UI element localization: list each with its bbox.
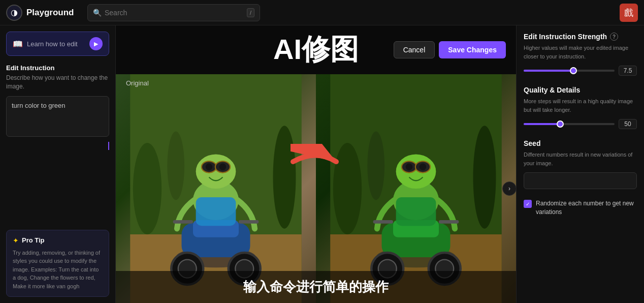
quality-slider-row: 50 <box>524 119 637 129</box>
svg-rect-19 <box>173 220 193 224</box>
svg-rect-18 <box>196 197 236 226</box>
split-image <box>116 74 516 303</box>
center-panel: AI修图 Cancel Save Changes Original <box>116 25 516 303</box>
edit-instruction-title: Edit Instruction <box>6 64 109 72</box>
logo-text: Playground <box>26 8 74 18</box>
randomize-label: Randomize each number to get new variati… <box>536 199 637 217</box>
avatar[interactable]: 戲 <box>620 4 638 22</box>
svg-point-13 <box>196 155 236 189</box>
quality-title: Quality & Details <box>524 86 637 94</box>
action-buttons: Cancel Save Changes <box>394 41 506 58</box>
learn-label: Learn how to edit <box>27 40 78 48</box>
svg-point-16 <box>206 164 213 171</box>
randomize-row[interactable]: ✓ Randomize each number to get new varia… <box>524 199 637 217</box>
svg-point-35 <box>396 155 436 189</box>
play-icon: ▶ <box>89 37 103 50</box>
pro-tip-box: ✦ Pro Tip Try adding, removing, or think… <box>6 230 109 297</box>
svg-point-17 <box>219 164 227 171</box>
strength-value: 7.5 <box>619 66 637 76</box>
quality-slider-track[interactable] <box>524 123 615 125</box>
tip-icon: ✦ <box>13 236 19 245</box>
main-layout: 📖 Learn how to edit ▶ Edit Instruction D… <box>0 25 644 303</box>
right-panel: Edit Instruction Strength ? Higher value… <box>516 25 644 303</box>
center-header: AI修图 Cancel Save Changes <box>116 25 516 74</box>
subtitle-text: 输入命令进行简单的操作 <box>243 279 389 294</box>
seed-section: Seed Different numbers result in new var… <box>524 139 637 189</box>
strength-title: Edit Instruction Strength ? <box>524 33 637 41</box>
edit-instruction-desc: Describe how you want to change the imag… <box>6 74 109 91</box>
quality-section: Quality & Details More steps will result… <box>524 86 637 129</box>
strength-help-icon[interactable]: ? <box>610 33 618 41</box>
randomize-checkbox[interactable]: ✓ <box>524 200 532 208</box>
strength-section: Edit Instruction Strength ? Higher value… <box>524 33 637 76</box>
topnav: ◑ Playground 🔍 / 戲 <box>0 0 644 25</box>
pro-tip-title: Pro Tip <box>22 236 45 244</box>
chevron-right-button[interactable]: › <box>502 181 516 196</box>
image-before <box>116 74 316 303</box>
svg-point-25 <box>473 126 496 229</box>
save-changes-button[interactable]: Save Changes <box>439 41 506 58</box>
seed-input[interactable] <box>524 172 637 189</box>
strength-slider-fill <box>524 70 573 72</box>
seed-desc: Different numbers result in new variatio… <box>524 150 637 167</box>
textarea-footer <box>6 140 109 150</box>
image-section: Original <box>116 74 516 303</box>
strength-slider-thumb <box>570 67 577 74</box>
subtitle-overlay: 输入命令进行简单的操作 <box>116 271 516 303</box>
image-container: 输入命令进行简单的操作 › <box>116 74 516 303</box>
quality-desc: More steps will result in a high quality… <box>524 97 637 114</box>
pro-tip-header: ✦ Pro Tip <box>13 236 103 245</box>
quality-slider-thumb <box>557 120 564 128</box>
cursor-indicator <box>108 142 109 150</box>
search-shortcut: / <box>247 8 254 17</box>
seed-title: Seed <box>524 139 637 147</box>
arrow-overlay <box>291 142 341 189</box>
logo-area: ◑ Playground <box>6 5 87 21</box>
svg-point-26 <box>367 132 384 200</box>
left-panel: 📖 Learn how to edit ▶ Edit Instruction D… <box>0 25 116 303</box>
svg-point-4 <box>167 132 184 200</box>
svg-point-38 <box>406 164 413 171</box>
svg-rect-42 <box>439 220 459 224</box>
svg-rect-41 <box>373 220 393 224</box>
strength-desc: Higher values will make your edited imag… <box>524 44 637 60</box>
center-title: AI修图 <box>273 31 359 69</box>
image-after <box>316 74 516 303</box>
svg-rect-20 <box>239 220 259 224</box>
strength-slider-row: 7.5 <box>524 66 637 76</box>
learn-how-to-edit-button[interactable]: 📖 Learn how to edit ▶ <box>6 32 109 56</box>
pro-tip-text: Try adding, removing, or thinking of sty… <box>13 249 103 291</box>
svg-rect-40 <box>396 197 436 226</box>
original-label: Original <box>126 79 149 87</box>
book-icon: 📖 <box>13 39 23 49</box>
svg-point-39 <box>420 164 427 171</box>
cancel-button[interactable]: Cancel <box>394 41 435 58</box>
svg-point-2 <box>133 143 162 234</box>
search-icon: 🔍 <box>93 9 102 17</box>
logo-icon: ◑ <box>6 5 22 21</box>
strength-slider-track[interactable] <box>524 70 615 72</box>
search-bar[interactable]: 🔍 / <box>87 4 260 21</box>
quality-slider-fill <box>524 123 560 125</box>
instruction-textarea[interactable]: turn color to green <box>6 96 109 137</box>
quality-value: 50 <box>619 119 637 129</box>
search-input[interactable] <box>105 9 244 17</box>
